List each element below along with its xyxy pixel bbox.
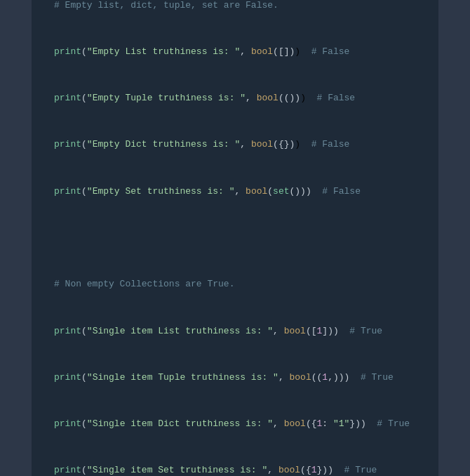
line-13: print("Empty Set truthiness is: ", bool(… (54, 184, 416, 199)
code-editor: # Various value which evaluates to true … (32, 0, 438, 476)
line-11: print("Empty Tuple truthiness is: ", boo… (54, 91, 416, 106)
line-10: print("Empty List truthiness is: ", bool… (54, 44, 416, 60)
code-content: # Various value which evaluates to true … (54, 0, 416, 476)
line-9: # Empty list, dict, tuple, set are False… (54, 0, 416, 13)
line-16: print("Single item List truthiness is: "… (54, 324, 416, 339)
line-15: # Non empty Collections are True. (54, 277, 416, 292)
line-18: print("Single item Dict truthiness is: "… (54, 416, 416, 432)
line-14 (54, 230, 416, 246)
line-17: print("Single item Tuple truthiness is: … (54, 370, 416, 385)
line-12: print("Empty Dict truthiness is: ", bool… (54, 137, 416, 152)
line-19: print("Single item Set truthiness is: ",… (54, 463, 416, 476)
